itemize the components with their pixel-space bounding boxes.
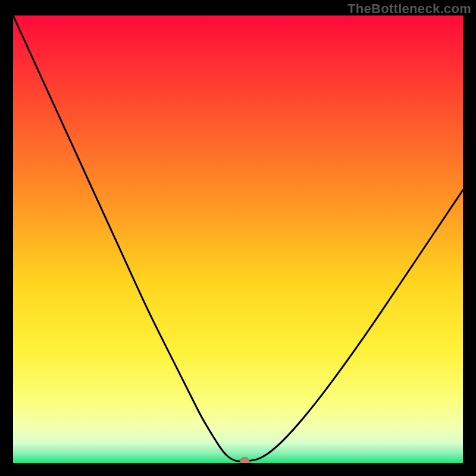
plot-area <box>13 15 463 463</box>
bottleneck-chart <box>13 15 463 463</box>
watermark-text: TheBottleneck.com <box>347 1 471 17</box>
chart-frame: TheBottleneck.com <box>0 0 476 476</box>
gradient-background <box>13 15 463 463</box>
optimal-point-marker <box>240 458 249 463</box>
